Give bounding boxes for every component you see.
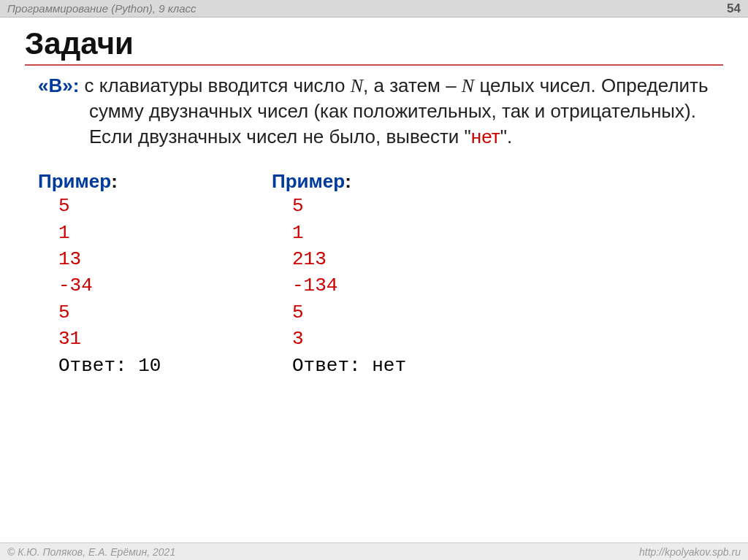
example-label: Пример:: [38, 170, 228, 193]
answer-value: 10: [138, 355, 161, 377]
answer-line: Ответ: нет: [292, 355, 406, 377]
task-badge: «B»:: [38, 74, 79, 96]
task-text: «B»: с клавиатуры вводится число N, а за…: [38, 73, 723, 150]
code-line: 5: [292, 302, 304, 323]
copyright: © К.Ю. Поляков, Е.А. Ерёмин, 2021: [7, 546, 175, 558]
code-line: 3: [292, 328, 304, 350]
example-label-colon: :: [345, 170, 351, 192]
footer-url: http://kpolyakov.spb.ru: [639, 546, 741, 558]
example-label-text: Пример: [272, 170, 345, 192]
code-line: 13: [58, 248, 81, 270]
task-net: нет: [471, 126, 500, 147]
answer-line: Ответ: 10: [58, 355, 161, 377]
slide-body: Задачи «B»: с клавиатуры вводится число …: [0, 18, 748, 379]
code-line: 213: [292, 248, 327, 270]
code-line: 5: [58, 195, 70, 217]
task-text-end: ".: [500, 126, 512, 147]
course-title: Программирование (Python), 9 класс: [7, 2, 196, 15]
code-line: 1: [292, 222, 304, 244]
example-code: 5 1 213 -134 5 3 Ответ: нет: [292, 193, 462, 379]
examples-row: Пример: 5 1 13 -34 5 31 Ответ: 10 Пример…: [38, 170, 723, 379]
task-var-1: N: [351, 75, 363, 96]
example-1: Пример: 5 1 13 -34 5 31 Ответ: 10: [38, 170, 228, 379]
task-var-2: N: [462, 75, 474, 96]
code-line: 5: [58, 302, 70, 323]
example-label: Пример:: [272, 170, 462, 193]
answer-label: Ответ:: [58, 355, 138, 377]
code-line: 31: [58, 328, 81, 350]
code-line: 1: [58, 222, 70, 244]
example-code: 5 1 13 -34 5 31 Ответ: 10: [58, 193, 228, 379]
task-text-a: с клавиатуры вводится число: [79, 74, 350, 96]
bottom-bar: © К.Ю. Поляков, Е.А. Ерёмин, 2021 http:/…: [0, 542, 748, 560]
example-2: Пример: 5 1 213 -134 5 3 Ответ: нет: [272, 170, 462, 379]
top-bar: Программирование (Python), 9 класс 54: [0, 0, 748, 18]
slide-title: Задачи: [25, 26, 723, 61]
code-line: -34: [58, 275, 93, 296]
code-line: -134: [292, 275, 337, 296]
title-rule: [25, 64, 723, 66]
example-label-colon: :: [111, 170, 118, 192]
code-line: 5: [292, 195, 304, 217]
example-label-text: Пример: [38, 170, 111, 192]
answer-label: Ответ:: [292, 355, 372, 377]
answer-value: нет: [372, 355, 406, 377]
task-text-b: , а затем –: [363, 74, 462, 96]
page-number: 54: [727, 1, 741, 16]
